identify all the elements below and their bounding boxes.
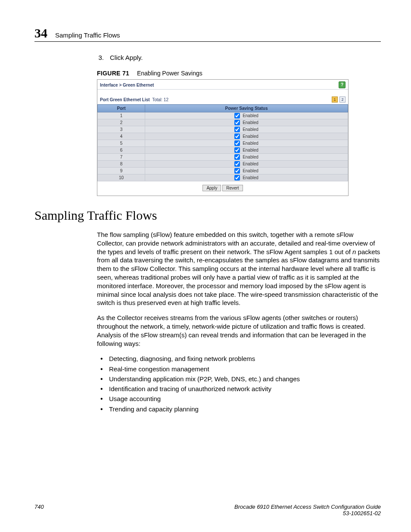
revert-button[interactable]: Revert (222, 185, 243, 191)
enabled-checkbox[interactable] (234, 161, 240, 167)
figure-label: FIGURE 71 (97, 70, 129, 77)
status-cell: Enabled (145, 147, 348, 154)
pager-page-1[interactable]: 1 (332, 96, 338, 103)
step-3: 3. Click Apply. (97, 54, 381, 61)
enabled-label: Enabled (243, 162, 258, 166)
running-header: 34 Sampling Traffic Flows (34, 26, 381, 42)
help-icon[interactable]: ? (339, 81, 346, 88)
port-cell: 1 (98, 112, 145, 119)
list-title: Port Green Ethernet List Total: 12 (100, 97, 168, 102)
pager: 1 2 (332, 96, 346, 103)
table-row: 3Enabled (98, 126, 348, 133)
enabled-label: Enabled (243, 127, 258, 132)
status-cell: Enabled (145, 174, 348, 181)
enabled-label: Enabled (243, 155, 258, 159)
enabled-label: Enabled (243, 175, 258, 180)
page-number: 740 (34, 504, 44, 516)
enabled-label: Enabled (243, 141, 258, 146)
enabled-checkbox[interactable] (234, 175, 240, 180)
paragraph-1: The flow sampling (sFlow) feature embedd… (97, 230, 381, 307)
status-cell: Enabled (145, 112, 348, 119)
enabled-checkbox[interactable] (234, 147, 240, 153)
status-cell: Enabled (145, 126, 348, 133)
table-row: 7Enabled (98, 154, 348, 161)
list-item: Real-time congestion management (97, 364, 381, 374)
enabled-label: Enabled (243, 168, 258, 173)
enabled-checkbox[interactable] (234, 113, 240, 118)
table-row: 10Enabled (98, 174, 348, 181)
port-cell: 4 (98, 133, 145, 140)
port-cell: 7 (98, 154, 145, 161)
port-cell: 8 (98, 161, 145, 168)
port-cell: 3 (98, 126, 145, 133)
status-cell: Enabled (145, 161, 348, 168)
enabled-checkbox[interactable] (234, 120, 240, 125)
status-cell: Enabled (145, 133, 348, 140)
enabled-checkbox[interactable] (234, 168, 240, 174)
port-cell: 5 (98, 140, 145, 147)
table-row: 9Enabled (98, 168, 348, 174)
port-cell: 9 (98, 168, 145, 174)
list-item: Understanding application mix (P2P, Web,… (97, 374, 381, 384)
list-item: Usage accounting (97, 394, 381, 404)
table-row: 5Enabled (98, 140, 348, 147)
figure-screenshot: Interface > Green Ethernet ? Port Green … (97, 79, 349, 196)
enabled-checkbox[interactable] (234, 154, 240, 160)
breadcrumb: Interface > Green Ethernet (100, 83, 154, 87)
section-heading: Sampling Traffic Flows (34, 208, 381, 223)
enabled-label: Enabled (243, 148, 258, 152)
table-row: 8Enabled (98, 161, 348, 168)
port-cell: 10 (98, 174, 145, 181)
apply-button[interactable]: Apply (202, 185, 221, 191)
port-cell: 6 (98, 147, 145, 154)
status-cell: Enabled (145, 140, 348, 147)
status-cell: Enabled (145, 119, 348, 126)
enabled-checkbox[interactable] (234, 134, 240, 139)
chapter-title: Sampling Traffic Flows (55, 31, 120, 39)
figure-caption-text: Enabling Power Savings (137, 70, 202, 77)
port-table: Port Power Saving Status 1Enabled2Enable… (97, 104, 348, 181)
step-number: 3. (97, 54, 104, 61)
pager-page-2[interactable]: 2 (339, 96, 346, 103)
enabled-checkbox[interactable] (234, 127, 240, 132)
figure-caption: FIGURE 71 Enabling Power Savings (97, 70, 381, 77)
list-item: Trending and capacity planning (97, 404, 381, 414)
list-item: Identification and tracing of unauthoriz… (97, 384, 381, 394)
enabled-label: Enabled (243, 113, 258, 118)
status-cell: Enabled (145, 168, 348, 174)
page-footer: 740 Brocade 6910 Ethernet Access Switch … (34, 504, 381, 516)
table-row: 2Enabled (98, 119, 348, 126)
step-text: Click Apply. (110, 54, 143, 61)
paragraph-2: As the Collector receives streams from t… (97, 314, 381, 348)
bullet-list: Detecting, diagnosing, and fixing networ… (97, 354, 381, 414)
status-cell: Enabled (145, 154, 348, 161)
enabled-label: Enabled (243, 134, 258, 139)
enabled-checkbox[interactable] (234, 140, 240, 146)
enabled-label: Enabled (243, 120, 258, 125)
port-cell: 2 (98, 119, 145, 126)
col-port: Port (98, 105, 145, 112)
doc-id: 53-1002651-02 (343, 510, 381, 516)
chapter-number: 34 (34, 26, 47, 40)
table-row: 4Enabled (98, 133, 348, 140)
list-item: Detecting, diagnosing, and fixing networ… (97, 354, 381, 364)
doc-title: Brocade 6910 Ethernet Access Switch Conf… (234, 504, 381, 510)
col-status: Power Saving Status (145, 105, 348, 112)
table-row: 6Enabled (98, 147, 348, 154)
table-row: 1Enabled (98, 112, 348, 119)
